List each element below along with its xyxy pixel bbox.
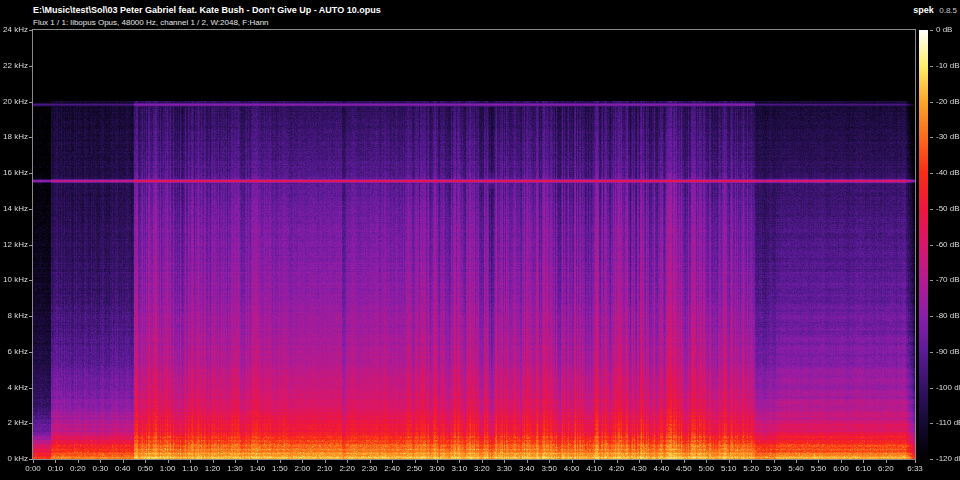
freq-tick — [29, 388, 33, 389]
db-tick-label: -70 dB — [936, 275, 960, 284]
freq-tick — [29, 66, 33, 67]
time-tick — [706, 460, 707, 463]
time-tick — [415, 460, 416, 463]
db-tick — [930, 459, 933, 460]
time-tick — [459, 460, 460, 463]
time-tick — [915, 460, 916, 463]
time-tick — [123, 460, 124, 463]
db-tick-label: -80 dB — [936, 311, 960, 320]
db-tick — [930, 316, 933, 317]
db-tick-label: -10 dB — [936, 61, 960, 70]
stream-info: Flux 1 / 1: libopus Opus, 48000 Hz, chan… — [33, 18, 269, 27]
db-tick-label: -60 dB — [936, 240, 960, 249]
time-tick — [841, 460, 842, 463]
db-tick-label: -90 dB — [936, 347, 960, 356]
db-tick — [930, 173, 933, 174]
time-tick — [886, 460, 887, 463]
time-tick — [55, 460, 56, 463]
freq-tick-label: 12 kHz — [2, 240, 28, 249]
db-tick — [930, 352, 933, 353]
db-tick — [930, 280, 933, 281]
db-tick-label: -20 dB — [936, 97, 960, 106]
time-tick — [863, 460, 864, 463]
time-tick — [729, 460, 730, 463]
db-tick — [930, 423, 933, 424]
time-tick — [818, 460, 819, 463]
db-tick-label: -50 dB — [936, 204, 960, 213]
time-tick — [796, 460, 797, 463]
freq-tick — [29, 245, 33, 246]
time-tick-label: 6:20 — [871, 464, 901, 473]
db-colorbar — [919, 30, 928, 459]
freq-tick — [29, 280, 33, 281]
time-tick — [617, 460, 618, 463]
freq-tick — [29, 209, 33, 210]
db-tick — [930, 137, 933, 138]
time-tick — [482, 460, 483, 463]
db-tick — [930, 209, 933, 210]
freq-tick-label: 18 kHz — [2, 132, 28, 141]
freq-tick-label: 8 kHz — [2, 311, 28, 320]
time-tick — [190, 460, 191, 463]
freq-tick — [29, 352, 33, 353]
time-tick — [370, 460, 371, 463]
freq-tick-label: 20 kHz — [2, 97, 28, 106]
time-tick — [347, 460, 348, 463]
time-tick — [572, 460, 573, 463]
db-tick-label: -110 dB — [936, 418, 960, 427]
freq-tick-label: 4 kHz — [2, 383, 28, 392]
freq-tick — [29, 30, 33, 31]
app-name: spek — [913, 5, 934, 15]
time-tick — [392, 460, 393, 463]
time-tick — [774, 460, 775, 463]
freq-tick-label: 6 kHz — [2, 347, 28, 356]
app-version-number: 0.8.5 — [939, 6, 957, 15]
db-tick — [930, 102, 933, 103]
db-tick-label: -40 dB — [936, 168, 960, 177]
time-tick — [280, 460, 281, 463]
freq-tick-label: 0 kHz — [2, 454, 28, 463]
time-tick — [145, 460, 146, 463]
time-tick — [437, 460, 438, 463]
time-tick — [100, 460, 101, 463]
db-tick — [930, 388, 933, 389]
db-tick — [930, 245, 933, 246]
spectrogram-canvas — [33, 30, 915, 459]
freq-tick-label: 16 kHz — [2, 168, 28, 177]
freq-tick — [29, 423, 33, 424]
time-tick — [235, 460, 236, 463]
time-tick — [213, 460, 214, 463]
freq-tick — [29, 316, 33, 317]
time-tick — [504, 460, 505, 463]
time-tick — [302, 460, 303, 463]
time-tick — [549, 460, 550, 463]
file-path-title: E:\Music\test\Sol\03 Peter Gabriel feat.… — [33, 5, 381, 15]
db-tick — [930, 30, 933, 31]
spek-window: E:\Music\test\Sol\03 Peter Gabriel feat.… — [0, 0, 960, 480]
freq-tick-label: 22 kHz — [2, 61, 28, 70]
time-tick — [325, 460, 326, 463]
freq-tick-label: 10 kHz — [2, 275, 28, 284]
time-tick-label: 6:33 — [900, 464, 930, 473]
time-tick — [594, 460, 595, 463]
time-tick — [661, 460, 662, 463]
time-tick — [33, 460, 34, 463]
time-tick — [257, 460, 258, 463]
freq-tick — [29, 102, 33, 103]
db-tick — [930, 66, 933, 67]
db-tick-label: -100 dB — [936, 383, 960, 392]
freq-tick — [29, 137, 33, 138]
app-version: spek 0.8.5 — [913, 5, 957, 15]
freq-tick — [29, 173, 33, 174]
time-tick — [168, 460, 169, 463]
freq-tick-label: 2 kHz — [2, 418, 28, 427]
time-tick — [639, 460, 640, 463]
freq-tick-label: 14 kHz — [2, 204, 28, 213]
time-tick — [527, 460, 528, 463]
db-tick-label: -30 dB — [936, 132, 960, 141]
time-tick — [751, 460, 752, 463]
freq-tick-label: 24 kHz — [2, 25, 28, 34]
db-tick-label: -120 dB — [936, 454, 960, 463]
time-tick — [684, 460, 685, 463]
db-tick-label: 0 dB — [936, 25, 952, 34]
